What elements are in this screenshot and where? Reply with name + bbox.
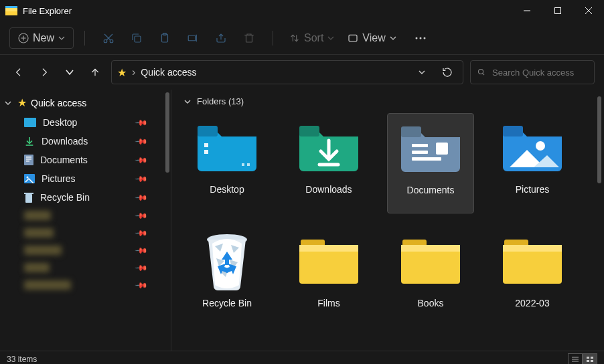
search-input[interactable] xyxy=(492,68,587,78)
cut-button[interactable] xyxy=(96,27,121,49)
star-icon: ★ xyxy=(17,96,27,109)
sidebar-item-downloads[interactable]: Downloads 📌 xyxy=(0,132,171,151)
sidebar-group-quick-access[interactable]: ★ Quick access xyxy=(0,92,171,113)
view-button[interactable]: View xyxy=(342,28,401,48)
svg-rect-11 xyxy=(135,36,141,42)
sidebar-item-desktop[interactable]: Desktop 📌 xyxy=(0,113,171,132)
folder-desktop[interactable]: Desktop xyxy=(183,113,271,213)
icons-view-button[interactable] xyxy=(583,353,597,365)
pin-icon: 📌 xyxy=(135,278,149,292)
pin-icon: 📌 xyxy=(135,226,149,240)
chevron-down-icon xyxy=(390,35,396,41)
svg-rect-17 xyxy=(246,35,252,42)
sidebar-item-blurred[interactable]: 📌 xyxy=(0,207,171,224)
folder-books[interactable]: Books xyxy=(387,227,474,327)
minimize-button[interactable] xyxy=(512,0,542,21)
sidebar-item-blurred[interactable]: 📌 xyxy=(0,224,171,242)
pin-icon: 📌 xyxy=(135,261,149,275)
separator xyxy=(84,31,85,46)
up-button[interactable] xyxy=(86,62,104,83)
trash-icon xyxy=(243,32,255,44)
search-box[interactable] xyxy=(470,60,595,84)
sidebar-item-label: Recycle Bin xyxy=(40,192,90,203)
folder-label: Downloads xyxy=(305,184,352,195)
address-bar[interactable]: ★ › Quick access xyxy=(111,60,463,84)
details-view-button[interactable] xyxy=(568,353,583,365)
sidebar-item-recycle-bin[interactable]: Recycle Bin 📌 xyxy=(0,188,171,207)
pin-icon: 📌 xyxy=(135,191,149,205)
share-icon xyxy=(215,32,227,44)
svg-line-26 xyxy=(483,74,485,76)
search-icon xyxy=(477,68,485,77)
folder-recycle-bin[interactable]: Recycle Bin xyxy=(183,227,271,327)
sidebar: ★ Quick access Desktop 📌 Downloads 📌 Doc… xyxy=(0,90,171,351)
folder-films[interactable]: Films xyxy=(285,227,372,327)
sidebar-item-label: Downloads xyxy=(42,136,88,147)
new-label: New xyxy=(33,32,54,44)
forward-button[interactable] xyxy=(35,62,54,83)
desktop-folder-icon xyxy=(195,120,259,175)
folder-pictures[interactable]: Pictures xyxy=(489,113,576,213)
downloads-folder-icon xyxy=(297,120,361,175)
new-button[interactable]: New xyxy=(9,27,74,49)
paste-button[interactable] xyxy=(152,27,177,49)
sidebar-item-blurred[interactable]: 📌 xyxy=(0,276,171,294)
folder-downloads[interactable]: Downloads xyxy=(285,113,372,213)
copy-button[interactable] xyxy=(124,27,149,49)
sidebar-item-blurred[interactable]: 📌 xyxy=(0,259,171,276)
more-button[interactable] xyxy=(408,29,433,48)
recycle-bin-icon xyxy=(24,192,33,203)
documents-folder-icon xyxy=(398,120,463,175)
folder-label: Books xyxy=(418,298,444,308)
svg-rect-31 xyxy=(26,157,31,158)
folder-label: 2022-03 xyxy=(515,298,549,308)
sidebar-item-label: Documents xyxy=(40,155,88,165)
close-button[interactable] xyxy=(573,0,604,21)
svg-rect-61 xyxy=(299,245,358,252)
folder-label: Desktop xyxy=(210,184,244,195)
pin-icon: 📌 xyxy=(135,244,149,258)
folder-grid: Desktop Downloads Documents Pictures xyxy=(183,113,592,327)
status-item-count: 33 items xyxy=(7,355,37,364)
refresh-button[interactable] xyxy=(437,67,457,78)
delete-button[interactable] xyxy=(236,27,262,49)
back-button[interactable] xyxy=(9,62,28,83)
svg-rect-64 xyxy=(401,245,460,252)
recent-locations-button[interactable] xyxy=(60,62,79,83)
title-bar: File Explorer xyxy=(0,0,604,21)
folder-2022-03[interactable]: 2022-03 xyxy=(489,227,576,327)
svg-rect-37 xyxy=(24,193,33,194)
svg-rect-39 xyxy=(204,143,208,147)
svg-rect-14 xyxy=(188,35,196,41)
download-icon xyxy=(24,136,35,147)
svg-rect-27 xyxy=(24,118,36,127)
svg-rect-74 xyxy=(591,360,593,362)
address-dropdown-button[interactable] xyxy=(412,68,432,76)
sidebar-scrollbar[interactable] xyxy=(165,92,169,173)
status-bar: 33 items xyxy=(0,351,604,364)
rename-button[interactable] xyxy=(180,27,206,49)
content-scrollbar[interactable] xyxy=(597,96,601,183)
folder-label: Films xyxy=(317,298,339,308)
svg-point-52 xyxy=(536,141,545,151)
maximize-button[interactable] xyxy=(542,0,573,21)
folder-documents[interactable]: Documents xyxy=(387,113,474,213)
pin-icon: 📌 xyxy=(135,209,149,223)
sidebar-item-blurred[interactable]: 📌 xyxy=(0,242,171,259)
content-pane: Folders (13) Desktop Downloads Documents xyxy=(171,90,604,351)
sidebar-group-label: Quick access xyxy=(31,98,86,108)
sort-button[interactable]: Sort xyxy=(284,28,339,48)
folders-section-header[interactable]: Folders (13) xyxy=(183,96,592,106)
scissors-icon xyxy=(102,32,115,44)
chevron-down-icon xyxy=(4,99,13,107)
clipboard-icon xyxy=(159,32,171,44)
app-icon xyxy=(5,6,17,15)
svg-point-22 xyxy=(419,37,421,39)
svg-rect-47 xyxy=(412,144,428,147)
share-button[interactable] xyxy=(208,27,234,49)
sidebar-item-documents[interactable]: Documents 📌 xyxy=(0,151,171,169)
pictures-folder-icon xyxy=(500,120,564,175)
svg-rect-67 xyxy=(503,245,562,252)
app-title: File Explorer xyxy=(23,6,72,16)
sidebar-item-pictures[interactable]: Pictures 📌 xyxy=(0,169,171,188)
